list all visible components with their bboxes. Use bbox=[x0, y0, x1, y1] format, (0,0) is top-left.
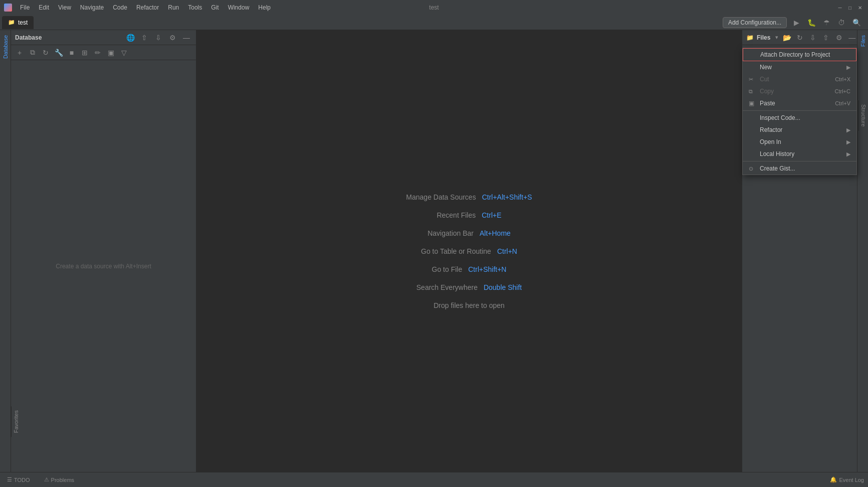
title-bar: File Edit View Navigate Code Refactor Ru… bbox=[0, 0, 868, 15]
debug-button[interactable]: 🐛 bbox=[806, 17, 817, 28]
hint-manage-data: Manage Data Sources Ctrl+Alt+Shift+S bbox=[406, 193, 532, 201]
ctx-local-history-label: Local History bbox=[760, 150, 842, 157]
problems-label: Problems bbox=[51, 477, 74, 483]
close-button[interactable]: ✕ bbox=[856, 4, 864, 12]
database-panel-title: Database bbox=[15, 34, 122, 41]
tab-bar-right: Add Configuration... ▶ 🐛 ☂ ⏱ 🔍 bbox=[723, 17, 866, 28]
ctx-inspect-code[interactable]: Inspect Code... bbox=[743, 112, 856, 124]
db-edit-button[interactable]: ✏ bbox=[92, 47, 103, 58]
project-tab[interactable]: 📁 test bbox=[2, 16, 34, 29]
copy-icon: ⧉ bbox=[749, 88, 757, 95]
menu-help[interactable]: Help bbox=[254, 3, 275, 12]
ctx-cut-label: Cut bbox=[760, 76, 825, 83]
coverage-button[interactable]: ☂ bbox=[821, 17, 832, 28]
database-globe-button[interactable]: 🌐 bbox=[125, 32, 136, 43]
database-close-button[interactable]: — bbox=[181, 32, 192, 43]
database-settings-button[interactable]: ⚙ bbox=[167, 32, 178, 43]
hint-recent-files: Recent Files Ctrl+E bbox=[437, 211, 501, 219]
hint-shortcut-2: Alt+Home bbox=[480, 229, 511, 237]
context-menu: Attach Directory to Project New ▶ ✂ Cut … bbox=[742, 48, 857, 175]
event-log-icon: 🔔 bbox=[830, 476, 837, 483]
minimize-button[interactable]: ─ bbox=[836, 4, 844, 12]
files-panel-toolbar: 📂 ↻ ⇩ ⇧ ⚙ — bbox=[781, 32, 857, 43]
ctx-attach-label: Attach Directory to Project bbox=[760, 51, 850, 58]
hint-label-3: Go to Table or Routine bbox=[421, 247, 491, 255]
database-tab-vertical[interactable]: Database bbox=[1, 30, 10, 64]
files-refresh-button[interactable]: ↻ bbox=[794, 32, 805, 43]
menu-git[interactable]: Git bbox=[207, 3, 223, 12]
main-layout: Database Database 🌐 ⇧ ⇩ ⚙ — + ⧉ ↻ 🔧 ■ ⊞ … bbox=[0, 30, 868, 472]
cut-icon: ✂ bbox=[749, 76, 757, 83]
search-everywhere-button[interactable]: 🔍 bbox=[851, 17, 862, 28]
files-expand-button[interactable]: ⇧ bbox=[820, 32, 831, 43]
database-collapse-button[interactable]: ⇩ bbox=[153, 32, 164, 43]
hint-label-2: Navigation Bar bbox=[427, 229, 474, 237]
profile-button[interactable]: ⏱ bbox=[836, 17, 847, 28]
db-add-button[interactable]: + bbox=[14, 47, 25, 58]
structure-tab[interactable]: Structure bbox=[858, 100, 868, 131]
hint-label-5: Search Everywhere bbox=[416, 283, 478, 291]
db-filter-button[interactable]: ▽ bbox=[118, 47, 129, 58]
maximize-button[interactable]: □ bbox=[846, 4, 854, 12]
favorites-tab[interactable]: Favorites bbox=[11, 406, 21, 437]
menu-file[interactable]: File bbox=[16, 3, 34, 12]
menu-tools[interactable]: Tools bbox=[184, 3, 206, 12]
hint-shortcut-5: Double Shift bbox=[484, 283, 522, 291]
db-table-button[interactable]: ⊞ bbox=[79, 47, 90, 58]
ctx-new-label: New bbox=[760, 64, 842, 71]
db-schema-button[interactable]: 🔧 bbox=[53, 47, 64, 58]
ctx-attach-directory[interactable]: Attach Directory to Project bbox=[743, 48, 856, 61]
menu-refactor[interactable]: Refactor bbox=[132, 3, 163, 12]
problems-button[interactable]: ⚠ Problems bbox=[41, 475, 77, 484]
window-title: test bbox=[429, 4, 439, 11]
files-collapse-button[interactable]: ⇩ bbox=[807, 32, 818, 43]
ctx-refactor[interactable]: Refactor ▶ bbox=[743, 124, 856, 136]
add-configuration-button[interactable]: Add Configuration... bbox=[723, 17, 787, 28]
open-in-arrow-icon: ▶ bbox=[846, 139, 850, 145]
ctx-local-history[interactable]: Local History ▶ Click bbox=[743, 148, 856, 160]
menu-window[interactable]: Window bbox=[224, 3, 254, 12]
hint-shortcut-4: Ctrl+Shift+N bbox=[468, 265, 506, 273]
ctx-separator-2 bbox=[743, 161, 856, 161]
tab-bar: 📁 test Add Configuration... ▶ 🐛 ☂ ⏱ 🔍 bbox=[0, 15, 868, 30]
run-button[interactable]: ▶ bbox=[791, 17, 802, 28]
menu-run[interactable]: Run bbox=[164, 3, 183, 12]
ctx-cut: ✂ Cut Ctrl+X bbox=[743, 73, 856, 85]
hint-search-everywhere: Search Everywhere Double Shift bbox=[416, 283, 522, 291]
db-refresh-button[interactable]: ↻ bbox=[40, 47, 51, 58]
files-minimize-button[interactable]: — bbox=[846, 32, 857, 43]
event-log-label: Event Log bbox=[839, 477, 864, 483]
database-expand-button[interactable]: ⇧ bbox=[139, 32, 150, 43]
db-copy-button[interactable]: ⧉ bbox=[27, 47, 38, 58]
files-panel: 📁 Files ▾ 📂 ↻ ⇩ ⇧ ⚙ — Attach Directory t… bbox=[742, 30, 857, 472]
todo-button[interactable]: ☰ TODO bbox=[4, 475, 33, 484]
ctx-create-gist-label: Create Gist... bbox=[760, 165, 850, 172]
database-panel: Database 🌐 ⇧ ⇩ ⚙ — + ⧉ ↻ 🔧 ■ ⊞ ✏ ▣ ▽ Cre… bbox=[11, 30, 196, 472]
hint-goto-table: Go to Table or Routine Ctrl+N bbox=[421, 247, 517, 255]
hint-label-0: Manage Data Sources bbox=[406, 193, 476, 201]
menu-code[interactable]: Code bbox=[109, 3, 131, 12]
ctx-copy: ⧉ Copy Ctrl+C bbox=[743, 85, 856, 97]
files-tab-vertical[interactable]: Files bbox=[858, 30, 867, 52]
ctx-paste-shortcut: Ctrl+V bbox=[835, 100, 850, 106]
menu-edit[interactable]: Edit bbox=[35, 3, 53, 12]
files-dropdown-icon[interactable]: ▾ bbox=[775, 34, 778, 41]
ctx-open-in[interactable]: Open In ▶ bbox=[743, 136, 856, 148]
event-log-button[interactable]: 🔔 Event Log bbox=[830, 476, 864, 483]
ctx-paste[interactable]: ▣ Paste Ctrl+V bbox=[743, 97, 856, 109]
files-panel-title: Files bbox=[757, 34, 770, 41]
hint-shortcut-0: Ctrl+Alt+Shift+S bbox=[482, 193, 532, 201]
ctx-new[interactable]: New ▶ bbox=[743, 61, 856, 73]
db-stop-button[interactable]: ■ bbox=[66, 47, 77, 58]
ctx-create-gist[interactable]: ⊙ Create Gist... bbox=[743, 163, 856, 175]
hint-drop-files: Drop files here to open bbox=[433, 301, 505, 309]
db-view-button[interactable]: ▣ bbox=[105, 47, 116, 58]
hint-shortcut-3: Ctrl+N bbox=[497, 247, 517, 255]
todo-icon: ☰ bbox=[7, 476, 12, 483]
files-open-button[interactable]: 📂 bbox=[781, 32, 792, 43]
menu-view[interactable]: View bbox=[54, 3, 75, 12]
hint-label-6: Drop files here to open bbox=[433, 301, 505, 309]
menu-navigate[interactable]: Navigate bbox=[76, 3, 108, 12]
files-settings-button[interactable]: ⚙ bbox=[833, 32, 844, 43]
menu-bar: File Edit View Navigate Code Refactor Ru… bbox=[16, 3, 836, 12]
